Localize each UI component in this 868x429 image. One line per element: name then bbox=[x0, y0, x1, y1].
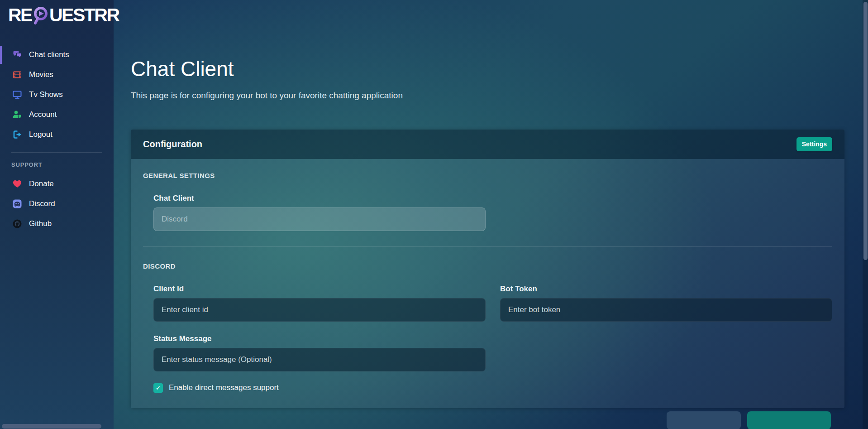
status-message-input[interactable] bbox=[153, 348, 486, 371]
sidebar-item-label: Github bbox=[29, 219, 52, 228]
logo-text-suffix: UESTRR bbox=[49, 4, 119, 26]
status-message-field-group: Status Message bbox=[153, 334, 486, 371]
sidebar-item-github[interactable]: Github bbox=[0, 214, 114, 234]
sidebar-item-movies[interactable]: Movies bbox=[0, 65, 114, 85]
sidebar-item-donate[interactable]: Donate bbox=[0, 174, 114, 194]
dm-support-row: Enable direct messages support bbox=[153, 383, 832, 393]
user-shield-icon bbox=[11, 110, 23, 120]
film-strip-icon bbox=[11, 70, 23, 80]
sidebar-item-label: Tv Shows bbox=[29, 90, 63, 99]
client-id-input[interactable] bbox=[153, 298, 486, 322]
client-id-field-group: Client Id bbox=[153, 284, 486, 322]
page-subtitle: This page is for configuring your bot to… bbox=[131, 91, 844, 101]
configuration-card: Configuration Settings GENERAL SETTINGS … bbox=[131, 130, 844, 408]
status-message-label: Status Message bbox=[153, 334, 486, 343]
main-content: Chat Client This page is for configuring… bbox=[114, 0, 868, 429]
sidebar-divider bbox=[11, 152, 102, 153]
secondary-action-button-partial[interactable] bbox=[667, 411, 741, 429]
support-section-heading: SUPPORT bbox=[0, 160, 114, 174]
configuration-title: Configuration bbox=[143, 139, 202, 149]
discord-icon bbox=[11, 199, 23, 209]
github-icon bbox=[11, 219, 23, 229]
sign-out-icon bbox=[11, 130, 23, 140]
sidebar-item-logout[interactable]: Logout bbox=[0, 125, 114, 145]
sidebar-item-tv-shows[interactable]: Tv Shows bbox=[0, 85, 114, 105]
chat-bubbles-icon bbox=[11, 50, 23, 60]
chat-client-select bbox=[153, 207, 486, 231]
sidebar-item-label: Logout bbox=[29, 130, 52, 139]
bot-token-input[interactable] bbox=[500, 298, 832, 322]
settings-button[interactable]: Settings bbox=[796, 137, 832, 151]
requestrr-logo: RE UESTRR bbox=[8, 4, 119, 26]
bot-token-field-group: Bot Token bbox=[500, 284, 832, 322]
sidebar-item-chat-clients[interactable]: Chat clients bbox=[0, 45, 114, 65]
chat-client-label: Chat Client bbox=[153, 194, 486, 203]
sidebar-item-account[interactable]: Account bbox=[0, 105, 114, 125]
sidebar-item-discord[interactable]: Discord bbox=[0, 194, 114, 214]
vertical-scrollbar-track[interactable] bbox=[863, 0, 868, 429]
general-settings-heading: GENERAL SETTINGS bbox=[143, 172, 832, 179]
sidebar-item-label: Chat clients bbox=[29, 50, 69, 59]
discord-section-heading: DISCORD bbox=[143, 262, 832, 270]
sidebar-item-label: Movies bbox=[29, 70, 53, 79]
configuration-card-body: GENERAL SETTINGS Chat Client DISCORD bbox=[131, 159, 844, 408]
primary-action-button-partial[interactable] bbox=[747, 411, 831, 429]
dm-support-label: Enable direct messages support bbox=[169, 383, 279, 392]
bot-token-label: Bot Token bbox=[500, 284, 832, 294]
vertical-scrollbar-thumb[interactable] bbox=[863, 2, 868, 260]
sidebar-item-label: Donate bbox=[29, 179, 54, 188]
dm-support-checkbox[interactable] bbox=[153, 383, 163, 393]
monitor-icon bbox=[11, 90, 23, 100]
chat-client-field-group: Chat Client bbox=[153, 194, 486, 231]
configuration-card-header: Configuration Settings bbox=[131, 130, 844, 159]
sidebar-nav: Chat clients Movies bbox=[0, 45, 114, 234]
card-actions-row bbox=[131, 411, 844, 429]
sidebar-item-label: Account bbox=[29, 110, 57, 119]
app-window: RE UESTRR bbox=[0, 0, 868, 429]
client-id-label: Client Id bbox=[153, 284, 486, 294]
sidebar: RE UESTRR bbox=[0, 0, 114, 429]
horizontal-scrollbar-thumb[interactable] bbox=[2, 424, 101, 429]
page-title: Chat Client bbox=[131, 57, 844, 81]
section-divider bbox=[143, 246, 832, 247]
logo-text-prefix: RE bbox=[8, 4, 32, 26]
play-magnifier-icon bbox=[33, 5, 49, 25]
sidebar-item-label: Discord bbox=[29, 199, 55, 208]
heart-icon bbox=[11, 179, 23, 189]
